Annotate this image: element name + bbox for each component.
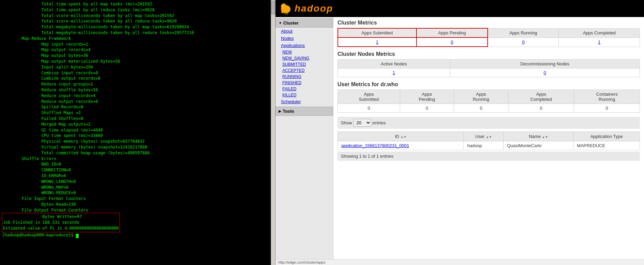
sidebar: ▼ Cluster About Nodes Applications NEW N…: [276, 17, 333, 259]
user-sort-icon[interactable]: ▲▼: [486, 135, 492, 139]
cluster-section-header[interactable]: ▼ Cluster: [276, 18, 333, 28]
sidebar-item-app-finished[interactable]: FINISHED: [276, 80, 333, 86]
val-user-apps-completed: 0: [508, 104, 574, 113]
user-metrics-table: AppsSubmitted AppsPending AppsRunning Ap…: [337, 90, 640, 113]
id-sort-icon[interactable]: ▲▼: [400, 135, 407, 139]
hadoop-elephant-icon: [279, 2, 293, 15]
cluster-nodes-title: Cluster Nodes Metrics: [337, 51, 640, 57]
col-decommissioning-nodes: Decommissioning Nodes: [450, 60, 640, 68]
val-user-containers-running: 0: [574, 104, 640, 113]
terminal-cursor: [76, 234, 79, 238]
col-id: ID ▲▼: [338, 132, 464, 141]
terminal-output: Total time spent by all map tasks (ms)=2…: [2, 1, 269, 213]
app-type-cell: MAPREDUCE: [574, 141, 640, 150]
col-apps-submitted: Apps Submitted: [338, 28, 417, 37]
terminal-prompt: [hadoop@hadoop000-mapreduce]$: [2, 233, 76, 237]
show-label: Show: [341, 120, 352, 125]
showing-entries-text: Showing 1 to 1 of 1 entries: [337, 152, 640, 161]
sidebar-item-app-failed[interactable]: FAILED: [276, 86, 333, 92]
cluster-arrow-icon: ▼: [279, 21, 282, 25]
applications-table: ID ▲▼ User ▲▼ Name ▲▼ Application Type: [337, 131, 640, 150]
tools-arrow-icon: ▶: [279, 109, 281, 113]
scrollbar-thumb[interactable]: [271, 1, 275, 14]
sidebar-item-scheduler[interactable]: Scheduler: [276, 98, 333, 105]
svg-point-2: [282, 6, 284, 10]
sidebar-item-app-running[interactable]: RUNNING: [276, 74, 333, 80]
col-user-apps-submitted: AppsSubmitted: [338, 90, 400, 104]
tools-section-header[interactable]: ▶ Tools: [276, 107, 333, 116]
val-apps-pending[interactable]: 0: [417, 37, 488, 47]
val-apps-completed[interactable]: 1: [559, 37, 640, 47]
hadoop-logo: hadoop: [279, 2, 333, 15]
col-user-apps-completed: AppsCompleted: [508, 90, 574, 104]
terminal-highlighted-output: Bytes Written=97 Job Finished in 180.531…: [3, 214, 119, 231]
content-area: Cluster Metrics Apps Submitted Apps Pend…: [333, 17, 644, 259]
hadoop-header: hadoop: [276, 0, 644, 17]
tools-section: ▶ Tools: [276, 107, 333, 116]
sidebar-item-nodes[interactable]: Nodes: [276, 35, 333, 42]
col-user: User ▲▼: [464, 132, 503, 141]
sidebar-item-app-killed[interactable]: KILLED: [276, 92, 333, 98]
app-name-cell: QuasiMonteCarlo: [504, 141, 574, 150]
show-entries-bar: Show 10 20 50 100 entries: [337, 117, 640, 129]
val-apps-running[interactable]: 0: [488, 37, 559, 47]
entries-select[interactable]: 10 20 50 100: [354, 119, 371, 127]
cluster-metrics-table: Apps Submitted Apps Pending Apps Running…: [337, 28, 640, 47]
col-active-nodes: Active Nodes: [338, 60, 450, 68]
cluster-nodes-table: Active Nodes Decommissioning Nodes 1 0: [337, 59, 640, 77]
hadoop-main: ▼ Cluster About Nodes Applications NEW N…: [276, 17, 644, 259]
cluster-section: ▼ Cluster About Nodes Applications NEW N…: [276, 18, 333, 105]
sidebar-item-app-new-saving[interactable]: NEW_SAVING: [276, 55, 333, 61]
col-user-containers-running: ContainersRunning: [574, 90, 640, 104]
col-apps-running: Apps Running: [488, 28, 559, 37]
sidebar-item-about[interactable]: About: [276, 28, 333, 35]
col-app-type: Application Type: [574, 132, 640, 141]
terminal-highlight-box: Bytes Written=97 Job Finished in 180.531…: [2, 213, 120, 232]
cluster-label: Cluster: [283, 20, 299, 26]
val-decommissioning-nodes[interactable]: 0: [450, 68, 640, 77]
val-user-apps-pending: 0: [400, 104, 454, 113]
hadoop-ui-panel: hadoop ▼ Cluster About Nodes Application…: [276, 0, 644, 265]
terminal-panel: Total time spent by all map tasks (ms)=2…: [0, 0, 271, 265]
col-apps-pending: Apps Pending: [417, 28, 488, 37]
app-user-cell: hadoop: [464, 141, 503, 150]
val-active-nodes[interactable]: 1: [338, 68, 450, 77]
svg-point-4: [282, 5, 283, 6]
col-apps-completed: Apps Completed: [559, 28, 640, 37]
table-row: application_1566137800231_0001 hadoop Qu…: [338, 141, 640, 150]
tools-label: Tools: [283, 109, 294, 114]
entries-label: entries: [373, 120, 386, 125]
col-user-apps-running: AppsRunning: [454, 90, 508, 104]
terminal-prompt-line: [hadoop@hadoop000-mapreduce]$: [2, 232, 269, 238]
val-apps-submitted[interactable]: 1: [338, 37, 417, 47]
sidebar-item-app-new[interactable]: NEW: [276, 49, 333, 55]
name-sort-icon[interactable]: ▲▼: [542, 135, 548, 139]
val-user-apps-submitted: 0: [338, 104, 400, 113]
sidebar-item-app-accepted[interactable]: ACCEPTED: [276, 67, 333, 74]
app-id-cell[interactable]: application_1566137800231_0001: [338, 141, 464, 150]
sidebar-item-applications[interactable]: Applications: [276, 42, 333, 49]
user-metrics-title: User Metrics for dr.who: [337, 81, 640, 88]
cluster-metrics-title: Cluster Metrics: [337, 20, 640, 26]
hadoop-logo-text: hadoop: [295, 3, 333, 14]
col-user-apps-pending: AppsPending: [400, 90, 454, 104]
scrollbar[interactable]: [271, 0, 276, 265]
sidebar-item-app-submitted[interactable]: SUBMITTED: [276, 61, 333, 67]
col-name: Name ▲▼: [504, 132, 574, 141]
val-user-apps-running: 0: [454, 104, 508, 113]
url-bar: http://edge.com/cluster/apps: [276, 259, 644, 265]
